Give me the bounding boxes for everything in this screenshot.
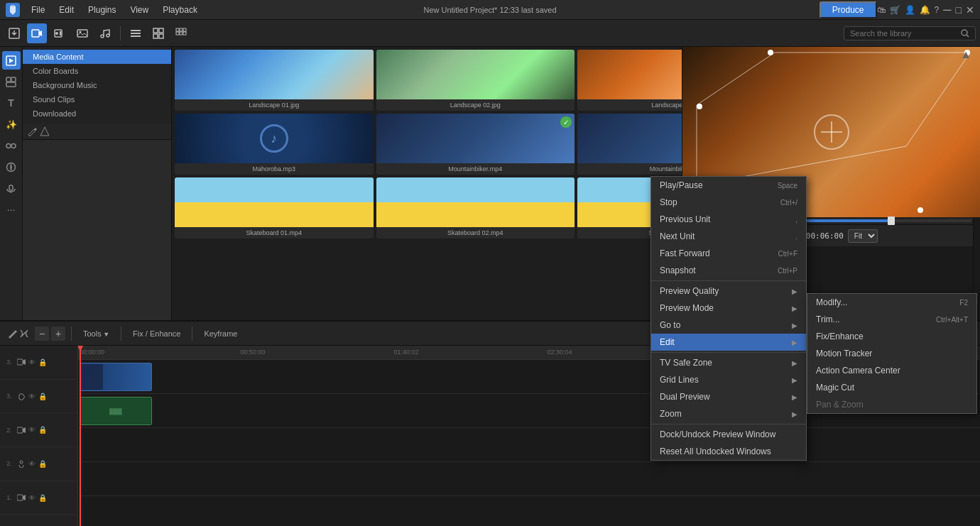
search-box[interactable] <box>844 26 976 40</box>
music-clip-button[interactable] <box>95 23 115 43</box>
track-eye-2a[interactable]: 👁 <box>28 460 36 468</box>
transform-handle-tl[interactable] <box>768 50 773 55</box>
media-item[interactable]: Skateboard 01.mp4 <box>175 177 374 239</box>
zoom-out-btn[interactable]: − <box>35 327 49 341</box>
media-item[interactable]: Landscape 02.jpg <box>376 50 575 111</box>
sidebar-media[interactable] <box>2 51 21 70</box>
close-icon[interactable]: ✕ <box>966 4 974 16</box>
transform-handle-ml[interactable] <box>697 104 702 109</box>
zoom-in-btn[interactable]: + <box>51 327 65 341</box>
svg-rect-22 <box>180 32 183 35</box>
cm-magic-cut[interactable]: Magic Cut <box>807 379 976 396</box>
multi-view-button[interactable] <box>171 23 191 43</box>
menu-plugins[interactable]: Plugins <box>82 4 121 16</box>
track-lock-2v[interactable]: 🔒 <box>38 426 47 434</box>
store-icon[interactable]: 🛍 <box>877 5 886 15</box>
cm-preview-mode[interactable]: Preview Mode ▶ <box>651 300 806 317</box>
cm-modify[interactable]: Modify... F2 <box>807 294 976 311</box>
tab-sound-clips[interactable]: Sound Clips <box>23 92 171 106</box>
cm-reset-undocked[interactable]: Reset All Undocked Windows <box>651 443 806 460</box>
menu-playback[interactable]: Playback <box>157 4 203 16</box>
sidebar-text[interactable]: T <box>2 94 21 112</box>
maximize-icon[interactable]: □ <box>956 4 962 16</box>
cm-preview-quality[interactable]: Preview Quality ▶ <box>651 283 806 300</box>
sidebar-color[interactable] <box>2 158 21 176</box>
fit-select[interactable]: Fit <box>848 229 878 243</box>
track-lock-2a[interactable]: 🔒 <box>38 460 47 468</box>
cm-stop[interactable]: Stop Ctrl+/ <box>651 194 806 211</box>
timeline-playhead[interactable] <box>80 346 81 526</box>
notification-icon[interactable]: 🔔 <box>920 5 930 15</box>
cm-grid-lines[interactable]: Grid Lines ▶ <box>651 371 806 388</box>
track-eye-1v[interactable]: 👁 <box>28 494 36 502</box>
cm-dual-preview[interactable]: Dual Preview ▶ <box>651 388 806 405</box>
scroll-up-btn[interactable]: ▲ <box>960 48 971 61</box>
tab-downloaded[interactable]: Downloaded <box>23 106 171 121</box>
track-eye-3a[interactable]: 👁 <box>28 393 36 400</box>
svg-rect-12 <box>131 33 141 34</box>
cm-edit[interactable]: Edit ▶ <box>651 334 806 351</box>
sidebar-effects[interactable]: ✨ <box>2 115 21 133</box>
cm-pan-zoom[interactable]: Pan & Zoom <box>807 396 976 413</box>
media-label: Landscape 02.jpg <box>376 99 575 111</box>
sidebar-transitions[interactable] <box>2 136 21 155</box>
cm-tv-safe-zone[interactable]: TV Safe Zone ▶ <box>651 354 806 371</box>
track-number: 1. <box>4 494 14 501</box>
grid-view-button[interactable] <box>148 23 168 43</box>
track-lock-3v[interactable]: 🔒 <box>38 358 47 366</box>
preview-playhead[interactable] <box>888 217 895 225</box>
track-eye-3v[interactable]: 👁 <box>28 358 36 366</box>
produce-button[interactable]: Produce <box>820 1 877 18</box>
tab-media-content[interactable]: Media Content <box>23 50 171 64</box>
audio-clip-button[interactable] <box>50 23 70 43</box>
ruler-mark-0: 00:00:00 <box>80 349 104 356</box>
fix-enhance-btn[interactable]: Fix / Enhance <box>127 327 186 340</box>
minimize-icon[interactable]: ─ <box>943 4 951 16</box>
cm-next-unit[interactable]: Next Unit . <box>651 228 806 245</box>
media-item[interactable]: Skateboard 02.mp4 <box>376 177 575 239</box>
import-button[interactable] <box>4 23 24 43</box>
track-lock-3a[interactable]: 🔒 <box>38 393 47 400</box>
cm-fix-enhance[interactable]: Fix/Enhance <box>807 328 976 345</box>
track-number: 3. <box>4 358 14 366</box>
tab-color-boards[interactable]: Color Boards <box>23 64 171 78</box>
video-clip-button[interactable] <box>27 23 47 43</box>
tab-background-music[interactable]: Background Music <box>23 78 171 92</box>
cart-icon[interactable]: 🛒 <box>890 5 900 15</box>
timeline-clip[interactable] <box>80 363 152 391</box>
svg-rect-15 <box>159 28 163 33</box>
list-view-button[interactable] <box>126 23 146 43</box>
media-item[interactable]: ♪ Mahoroba.mp3 <box>175 114 374 175</box>
track-eye-2v[interactable]: 👁 <box>28 426 36 434</box>
image-clip-button[interactable] <box>72 23 92 43</box>
keyframe-btn[interactable]: Keyframe <box>198 327 243 340</box>
scissors-icon[interactable] <box>19 329 29 339</box>
account-icon[interactable]: 👤 <box>905 5 915 15</box>
menu-view[interactable]: View <box>124 4 154 16</box>
cm-fast-forward[interactable]: Fast Forward Ctrl+F <box>651 245 806 262</box>
search-input[interactable] <box>850 29 957 38</box>
cm-previous-unit[interactable]: Previous Unit , <box>651 211 806 228</box>
tools-dropdown-btn[interactable]: Tools <box>77 327 115 340</box>
timeline-clip[interactable]: ▓▓▓ <box>80 397 152 425</box>
media-item[interactable]: Landscape 01.jpg <box>175 50 374 111</box>
menu-edit[interactable]: Edit <box>53 4 80 16</box>
sidebar-audio[interactable] <box>2 179 21 197</box>
timeline-track-labels: 3. 👁 🔒 3. 👁 🔒 2. 👁 🔒 <box>0 346 78 526</box>
cm-snapshot[interactable]: Snapshot Ctrl+P <box>651 262 806 279</box>
cm-motion-tracker[interactable]: Motion Tracker <box>807 345 976 362</box>
sidebar-templates[interactable] <box>2 72 21 91</box>
help-icon[interactable]: ? <box>935 5 940 15</box>
app-logo <box>6 3 20 17</box>
cm-trim[interactable]: Trim... Ctrl+Alt+T <box>807 311 976 328</box>
menu-file[interactable]: File <box>26 4 50 16</box>
sidebar-more[interactable]: ··· <box>2 200 21 219</box>
track-lock-1v[interactable]: 🔒 <box>38 494 47 502</box>
media-item[interactable]: ✓ Mountainbiker.mp4 <box>376 114 575 175</box>
cm-go-to[interactable]: Go to ▶ <box>651 317 806 334</box>
cm-action-camera-center[interactable]: Action Camera Center <box>807 362 976 379</box>
transform-handle-br[interactable] <box>918 207 923 213</box>
cm-dock-undock[interactable]: Dock/Undock Preview Window <box>651 426 806 443</box>
cm-zoom[interactable]: Zoom ▶ <box>651 405 806 422</box>
cm-play-pause[interactable]: Play/Pause Space <box>651 177 806 194</box>
